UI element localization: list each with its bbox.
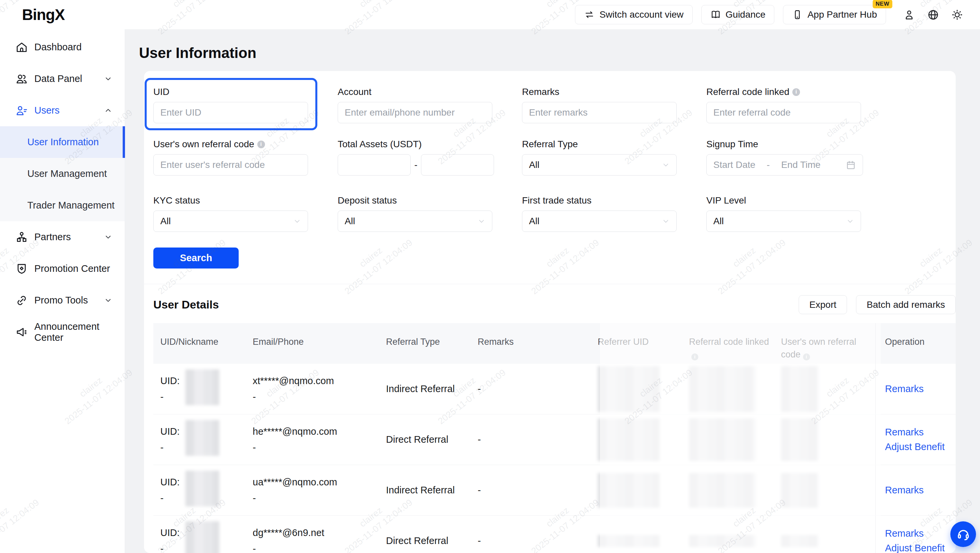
calendar-icon[interactable] [846,160,856,170]
remarks-link[interactable]: Remarks [885,485,947,496]
table-row: UID:-ua*****@nqmo.com-Indirect Referral-… [153,465,956,516]
sidebar-item-promotion-center[interactable]: Promotion Center [0,253,125,284]
profile-icon[interactable] [901,7,917,22]
redacted-value [598,366,660,412]
adjust-benefit-link[interactable]: Adjust Benefit [885,543,947,553]
sidebar-item-dashboard[interactable]: Dashboard [0,31,125,63]
batch-add-remarks-button[interactable]: Batch add remarks [856,295,956,314]
table-actions: Export Batch add remarks [799,295,956,314]
search-button[interactable]: Search [153,248,239,269]
language-globe-icon[interactable] [925,7,941,22]
filter-label: VIP Level [706,195,861,206]
theme-sun-icon[interactable] [949,7,965,22]
remarks-input[interactable]: Enter remarks [522,102,677,123]
placeholder-text: Enter UID [160,107,201,118]
column-header-label: UID/Nickname [160,337,218,347]
column-header-referral-code-linked: Referral code linkedi [689,323,781,361]
referral-type-cell: Direct Referral [386,536,478,546]
phone-value: - [253,391,377,402]
user-list-icon [15,104,28,117]
filter-label-text: Referral Type [522,139,578,149]
home-icon [15,41,28,54]
sidebar-item-announcement-center[interactable]: Announcement Center [0,316,125,348]
selected-value: All [529,216,539,227]
column-header-referrer-uid: Referrer UID [598,323,689,348]
date-separator: - [767,160,770,170]
column-header-operation: Operation [875,323,956,364]
deposit-status-select[interactable]: All [338,211,492,232]
switch-account-view-button[interactable]: Switch account view [575,5,692,24]
app-partner-hub-button[interactable]: App Partner Hub NEW [783,5,886,24]
sidebar-item-user-information[interactable]: User Information [0,126,125,158]
referrer-uid-cell [598,366,689,412]
users-own-referral-code-cell [781,535,875,547]
uid-input[interactable]: Enter UID [153,102,308,123]
remarks-link[interactable]: Remarks [885,528,947,539]
min-value-input[interactable] [338,154,410,176]
account-input[interactable]: Enter email/phone number [338,102,492,123]
remarks-cell: - [478,383,598,394]
column-header-label: Remarks [478,337,514,347]
sidebar-item-trader-management[interactable]: Trader Management [0,189,125,221]
people-icon [15,73,28,85]
sidebar-item-label: Users [34,105,60,116]
filter-field-remarks: RemarksEnter remarks [522,86,677,123]
info-icon[interactable]: i [257,141,265,148]
placeholder-text: Enter remarks [529,107,588,118]
table-row: UID:-he*****@nqmo.com-Direct Referral-Re… [153,415,956,465]
sidebar-item-promo-tools[interactable]: Promo Tools [0,284,125,316]
kyc-status-select[interactable]: All [153,211,308,232]
info-icon[interactable]: i [691,353,698,361]
sidebar-item-data-panel[interactable]: Data Panel [0,63,125,95]
referral-code-linked-cell [689,366,781,412]
vip-level-select[interactable]: All [706,211,861,232]
chevron-down-icon [103,232,113,242]
topbar-actions: Switch account view Guidance App Partner… [575,5,980,24]
total-assets-range: - [338,154,492,176]
guidance-label: Guidance [725,10,766,20]
app-partner-hub-label: App Partner Hub [807,10,877,20]
sidebar-item-users[interactable]: Users [0,95,125,126]
first-trade-status-select[interactable]: All [522,211,677,232]
sidebar-item-label: User Management [27,168,107,179]
filter-label: User's own referral codei [153,138,308,150]
filter-label: Account [338,86,492,98]
shield-icon [15,262,28,275]
referral-type-cell: Indirect Referral [386,383,478,394]
filter-field-user-s-own-referral-code: User's own referral codeiEnter user's re… [153,138,308,176]
redacted-uid-value [185,420,220,456]
end-time-placeholder: End Time [781,160,820,170]
max-value-input[interactable] [421,154,494,176]
column-header-uid-nickname: UID/Nickname [153,323,253,348]
chevron-down-icon [103,296,113,305]
support-chat-button[interactable] [950,521,976,547]
selected-value: All [160,216,171,227]
date-range-input[interactable]: Start Date-End Time [706,154,863,176]
placeholder-text: Enter referral code [713,107,791,118]
export-button[interactable]: Export [799,295,847,314]
referral-type-select[interactable]: All [522,154,677,176]
referral-code-linked-input[interactable]: Enter referral code [706,102,861,123]
adjust-benefit-link[interactable]: Adjust Benefit [885,442,947,452]
switch-arrows-icon [584,10,595,20]
remarks-link[interactable]: Remarks [885,427,947,438]
signup-time-range: Start Date-End Time [706,154,861,176]
guidance-button[interactable]: Guidance [702,5,775,24]
remarks-cell: - [478,536,598,546]
filter-row: KYC statusAllDeposit statusAllFirst trad… [153,195,956,232]
remarks-link[interactable]: Remarks [885,383,947,394]
content-card: UIDEnter UIDAccountEnter email/phone num… [144,71,956,553]
filter-label: KYC status [153,195,308,206]
referrer-uid-cell [598,418,689,461]
user-s-own-referral-code-input[interactable]: Enter user's referral code [153,154,308,176]
chevron-down-icon [661,160,670,170]
info-icon[interactable]: i [803,353,810,361]
email-value: he*****@nqmo.com [253,426,377,437]
sidebar-item-partners[interactable]: Partners [0,221,125,253]
sidebar-item-user-management[interactable]: User Management [0,158,125,189]
email-phone-cell: he*****@nqmo.com- [253,426,386,453]
uid-nickname-cell: UID:- [153,477,253,504]
info-icon[interactable]: i [792,88,800,96]
phone-value: - [253,493,377,504]
filter-field-kyc-status: KYC statusAll [153,195,308,232]
